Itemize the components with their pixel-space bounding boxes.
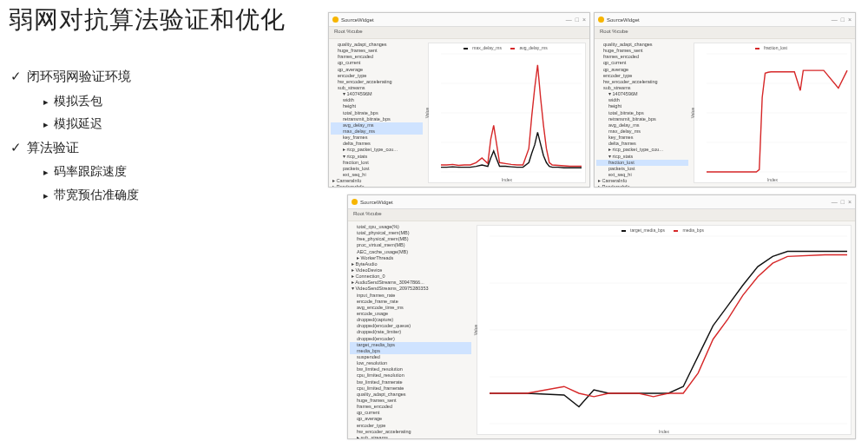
minimize-icon[interactable]: — [832, 199, 838, 205]
tree-item[interactable]: qp_current [596, 60, 688, 66]
tree-item[interactable]: packets_lost [331, 166, 423, 172]
tree-item[interactable]: avg_encode_time_ms [350, 305, 471, 311]
tree-item[interactable]: total_cpu_usage(%) [350, 224, 471, 230]
tree-item[interactable]: ▸ AudioSendStreams_30947866... [350, 280, 471, 286]
tree-item[interactable]: free_physical_mem(MB) [350, 236, 471, 242]
tree-item[interactable]: dropped(rate_limiter) [350, 329, 471, 335]
tree-item[interactable]: quality_adapt_changes [350, 392, 471, 398]
window-tab[interactable]: Root %cube [595, 27, 855, 39]
tree-item[interactable]: cpu_limited_framerate [350, 385, 471, 392]
tree-item[interactable]: height [596, 103, 688, 109]
tree-item[interactable]: qp_current [331, 60, 423, 66]
tree-item[interactable]: huge_frames_sent [350, 398, 471, 404]
tree-item[interactable]: delta_frames [331, 141, 423, 147]
tree-item[interactable]: cpu_limited_resolution [350, 372, 471, 379]
tree-item[interactable]: total_physical_mem(MB) [350, 230, 471, 236]
tree-item[interactable]: ▸ CameraInfo [331, 178, 423, 184]
tree-item[interactable]: encode_frame_rate [350, 299, 471, 305]
close-icon[interactable]: × [848, 199, 852, 205]
tree-item[interactable]: max_delay_ms [596, 128, 688, 135]
tree-item[interactable]: huge_frames_sent [596, 48, 688, 54]
tree-item[interactable]: low_resolution [350, 360, 471, 366]
maximize-icon[interactable]: □ [575, 16, 579, 23]
tree-item[interactable]: frames_encoded [350, 404, 471, 410]
tree-item[interactable]: qp_current [350, 410, 471, 416]
tree-item[interactable]: avg_delay_ms [596, 122, 688, 128]
tree-item[interactable]: sub_streams [596, 85, 688, 91]
tree-item[interactable]: hw_encoder_accelerating [350, 429, 471, 435]
minimize-icon[interactable]: — [566, 16, 572, 23]
tree-item[interactable]: ▾ rtcp_stats [596, 154, 688, 160]
tree-item[interactable]: quality_adapt_changes [331, 42, 423, 48]
tree-item[interactable]: qp_average [596, 67, 688, 73]
tree-item[interactable]: ▸ VideoDevice [350, 267, 471, 273]
tree-item[interactable]: hw_encoder_accelerating [331, 79, 423, 85]
minimize-icon[interactable]: — [832, 16, 838, 23]
tree-item[interactable]: AEC_cache_usage(MB) [350, 249, 471, 255]
window-titlebar[interactable]: SourceWidget — □ × [595, 13, 855, 27]
tree-item[interactable]: ▸ rtcp_packet_type_cou... [331, 147, 423, 153]
tree-item[interactable]: input_frames_rate [350, 293, 471, 299]
window-titlebar[interactable]: SourceWidget — □ × [329, 13, 589, 27]
tree-item[interactable]: packets_lost [596, 166, 688, 172]
tree-item[interactable]: ▸ sub_streams [350, 435, 471, 438]
tree-item[interactable]: qp_average [350, 416, 471, 422]
maximize-icon[interactable]: □ [841, 16, 845, 23]
tree-item[interactable]: ext_seq_hi [331, 172, 423, 178]
maximize-icon[interactable]: □ [841, 199, 845, 205]
tree-item[interactable]: dropped(encoder) [350, 336, 471, 342]
window-tab[interactable]: Root %cube [348, 209, 855, 221]
tree-item[interactable]: encoder_type [350, 423, 471, 429]
tree-item[interactable]: ▸ rtcp_packet_type_cou... [596, 147, 688, 153]
tree-item[interactable]: quality_adapt_changes [596, 42, 688, 48]
close-icon[interactable]: × [582, 16, 586, 23]
tree-item[interactable]: sub_streams [331, 85, 423, 91]
tree-item[interactable]: avg_delay_ms [331, 122, 423, 128]
tree-item[interactable]: hw_encoder_accelerating [596, 79, 688, 85]
tree-item[interactable]: key_frames [596, 135, 688, 141]
tree-item[interactable]: ▾ 14074596M [331, 91, 423, 97]
tree-item[interactable]: proc_virtual_mem(MB) [350, 242, 471, 248]
tree-item[interactable]: qp_average [331, 67, 423, 73]
tree-item[interactable]: key_frames [331, 135, 423, 141]
tree-item[interactable]: ▸ Connection_0 [350, 273, 471, 280]
tree-item[interactable]: ▸ ByteAudio [350, 261, 471, 267]
tree-item[interactable]: ▸ RendererInfo [331, 184, 423, 187]
tree-item[interactable]: total_bitrate_bps [596, 110, 688, 116]
metrics-tree[interactable]: total_cpu_usage(%)total_physical_mem(MB)… [348, 221, 473, 438]
window-tab[interactable]: Root %cube [329, 27, 589, 39]
tree-item[interactable]: max_delay_ms [331, 128, 423, 135]
tree-item[interactable]: ▸ RendererInfo [596, 184, 688, 187]
tree-item[interactable]: suspended [350, 354, 471, 360]
close-icon[interactable]: × [848, 16, 852, 23]
tree-item[interactable]: fraction_lost [331, 160, 423, 166]
tree-item[interactable]: bw_limited_framerate [350, 379, 471, 385]
tree-item[interactable]: media_bps [350, 348, 471, 354]
tree-item[interactable]: frames_encoded [331, 54, 423, 60]
tree-item[interactable]: ▾ VideoSendStreams_20975280353 [350, 286, 471, 292]
tree-item[interactable]: ▸ WorkerThreads [350, 255, 471, 261]
tree-item[interactable]: width [331, 97, 423, 103]
tree-item[interactable]: delta_frames [596, 141, 688, 147]
tree-item[interactable]: encoder_type [596, 73, 688, 79]
tree-item[interactable]: retransmit_bitrate_bps [331, 116, 423, 122]
tree-item[interactable]: encode_usage [350, 311, 471, 317]
tree-item[interactable]: ext_seq_hi [596, 172, 688, 178]
tree-item[interactable]: retransmit_bitrate_bps [596, 116, 688, 122]
tree-item[interactable]: fraction_lost [596, 160, 688, 166]
tree-item[interactable]: dropped(capture) [350, 317, 471, 323]
metrics-tree[interactable]: quality_adapt_changeshuge_frames_sentfra… [329, 39, 424, 187]
tree-item[interactable]: total_bitrate_bps [331, 110, 423, 116]
tree-item[interactable]: height [331, 103, 423, 109]
window-titlebar[interactable]: SourceWidget — □ × [348, 195, 855, 209]
tree-item[interactable]: ▾ rtcp_stats [331, 154, 423, 160]
tree-item[interactable]: encoder_type [331, 73, 423, 79]
metrics-tree[interactable]: quality_adapt_changeshuge_frames_sentfra… [595, 39, 690, 187]
tree-item[interactable]: width [596, 97, 688, 103]
tree-item[interactable]: dropped(encoder_queue) [350, 323, 471, 329]
tree-item[interactable]: huge_frames_sent [331, 48, 423, 54]
tree-item[interactable]: target_media_bps [350, 342, 471, 348]
tree-item[interactable]: frames_encoded [596, 54, 688, 60]
tree-item[interactable]: ▸ CameraInfo [596, 178, 688, 184]
tree-item[interactable]: bw_limited_resolution [350, 366, 471, 372]
